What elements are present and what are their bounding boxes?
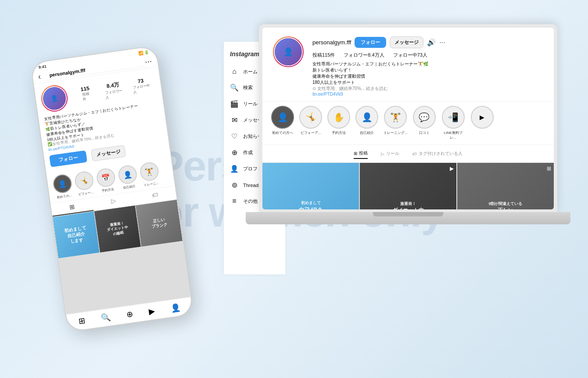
phone-highlight-2[interactable]: 🤸 ビフォー... [74, 170, 95, 197]
phone-profile-header: 👤 115 投稿件 8.4万 フォロワー人 73 [34, 67, 171, 174]
desktop-grid-reels-badge-2: ⊞ [547, 166, 551, 172]
desktop-link[interactable]: lin.ee/PTD4Vk9 [312, 92, 543, 97]
desktop-posts-grid: 初めまして 自己紹介します 激重発！ ダイエット中の睡眠 ▶ [262, 163, 554, 209]
desktop-grid-cell-2[interactable]: 激重発！ ダイエット中の睡眠 ▶ [360, 163, 456, 209]
laptop-hinge [373, 212, 443, 216]
desktop-tab-tagged-label: タグ付けされている人 [419, 151, 463, 157]
desktop-message-button[interactable]: メッセージ [390, 36, 423, 48]
desktop-more-button[interactable]: 🔊 [427, 38, 436, 47]
phone-bottom-add[interactable]: ⊕ [126, 309, 134, 320]
messages-icon: ✉ [230, 116, 239, 124]
phone-followers-stat: 8.4万 フォロワー人 [98, 80, 129, 101]
phone-grid-cell-3[interactable]: 正しいプランク [136, 200, 183, 247]
phone-follow-button[interactable]: フォロー [49, 151, 87, 167]
desktop-grid-cell-1[interactable]: 初めまして 自己紹介します [262, 163, 359, 209]
threads-icon: ⊚ [230, 181, 239, 189]
desktop-tab-posts-label: 投稿 [359, 150, 368, 156]
phone-bottom-home[interactable]: ⊞ [78, 316, 86, 326]
laptop-base [246, 212, 570, 224]
reels-icon: 🎬 [230, 100, 239, 108]
tagged-icon: 🏷 [412, 151, 417, 156]
phone-posts-stat: 115 投稿件 [71, 83, 101, 104]
notifications-icon: ♡ [230, 132, 239, 140]
desktop-tab-reels[interactable]: ▷ リール [381, 148, 399, 159]
desktop-options-button[interactable]: ··· [439, 39, 445, 47]
desktop-highlight-more[interactable]: ▶ [471, 106, 494, 140]
desktop-posts-stat: 投稿115件 [312, 52, 335, 58]
home-icon: ⌂ [230, 68, 239, 76]
desktop-username: personalgym.fff [312, 39, 351, 46]
phone-highlight-4[interactable]: 👤 自己紹介 [117, 164, 139, 191]
phone-grid-cell-2[interactable]: 激重発！ダイエット中の睡眠 [94, 205, 141, 252]
profile-icon: 👤 [230, 165, 239, 173]
desktop-highlight-3[interactable]: ✋ 予約方法 [327, 106, 350, 140]
create-icon: ⊕ [230, 148, 239, 157]
phone-bottom-reels[interactable]: ▶ [148, 306, 156, 317]
search-icon: 🔍 [230, 83, 239, 92]
phone-following-stat: 73 フォロー中人 [126, 76, 157, 97]
desktop-grid-reels-badge: ▶ [450, 166, 454, 172]
phone-posts-grid: 初めまして自己紹介します 激重発！ダイエット中の睡眠 正しいプランク [53, 200, 190, 314]
desktop-highlight-2[interactable]: 🤸 ビフォーア... [299, 106, 322, 140]
back-button[interactable]: ‹ [37, 72, 41, 82]
desktop-followers-stat: フォロワー8.4万人 [344, 52, 384, 58]
desktop-following-stat: フォロー中73人 [393, 52, 427, 58]
desktop-follow-button[interactable]: フォロー [355, 37, 386, 48]
desktop-highlight-6[interactable]: 💬 口コミ [413, 106, 436, 140]
posts-grid-icon: ⊞ [354, 151, 357, 156]
laptop-screen: 👤 personalgym.fff フォロー メッセージ 🔊 ··· 投稿115 [259, 24, 557, 213]
desktop-bio: 女性専用パーソナルジム・エフ｜おだくらトレーナー🏋️🌿 新トレ医者いらず！ 健康… [312, 61, 543, 92]
desktop-highlights: 👤 初めての方へ 🤸 ビフォーア... ✋ 予約方法 👤 自己紹介 [262, 101, 554, 145]
phone-highlight-1[interactable]: 👤 初めての... [52, 173, 74, 200]
desktop-highlight-5[interactable]: 🏋 トレーニング... [384, 106, 408, 140]
desktop-stats-row: 投稿115件 フォロワー8.4万人 フォロー中73人 [312, 52, 543, 58]
desktop-grid-cell-3[interactable]: 9割が間違えている 正しいプランク ⊞ [457, 163, 554, 209]
phone-avatar: 👤 [39, 83, 69, 113]
phone-bottom-search[interactable]: 🔍 [100, 312, 111, 323]
phone-highlight-3[interactable]: 📅 予約方法 [96, 167, 117, 194]
phone-bottom-profile[interactable]: 👤 [170, 302, 181, 313]
reels-play-icon: ▷ [381, 151, 384, 156]
desktop-content-tabs: ⊞ 投稿 ▷ リール 🏷 タグ付けされている人 [262, 145, 554, 163]
desktop-profile-header: 👤 personalgym.fff フォロー メッセージ 🔊 ··· 投稿115 [262, 28, 554, 101]
desktop-tab-posts[interactable]: ⊞ 投稿 [354, 148, 368, 159]
desktop-tab-tagged[interactable]: 🏷 タグ付けされている人 [412, 148, 463, 159]
desktop-tab-reels-label: リール [386, 151, 399, 157]
phone-mockup: 9:41 📶 🔋 ‹ personalgym.fff ⋯ 👤 [30, 45, 194, 332]
instagram-desktop-main: 👤 personalgym.fff フォロー メッセージ 🔊 ··· 投稿115 [262, 28, 554, 209]
desktop-highlight-1[interactable]: 👤 初めての方へ [271, 106, 294, 140]
phone-menu-icon[interactable]: ⋯ [144, 57, 152, 66]
desktop-highlight-7[interactable]: 📲 LINE無料プレ... [441, 106, 466, 140]
phone-message-button[interactable]: メッセージ [91, 145, 126, 161]
desktop-highlight-4[interactable]: 👤 自己紹介 [355, 106, 378, 140]
phone-grid-cell-1[interactable]: 初めまして自己紹介します [53, 212, 100, 259]
laptop-mockup: 👤 personalgym.fff フォロー メッセージ 🔊 ··· 投稿115 [246, 24, 570, 252]
desktop-avatar: 👤 [273, 36, 304, 67]
phone-highlight-5[interactable]: 🏋 トレーニ... [139, 161, 161, 187]
desktop-profile-info: personalgym.fff フォロー メッセージ 🔊 ··· 投稿115件 … [312, 36, 543, 97]
more-icon: ≡ [230, 197, 239, 205]
desktop-username-row: personalgym.fff フォロー メッセージ 🔊 ··· [312, 36, 543, 48]
